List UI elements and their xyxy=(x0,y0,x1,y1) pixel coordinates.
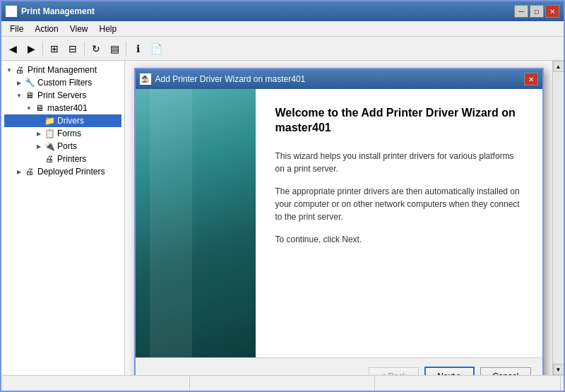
tree-button[interactable]: ⊟ xyxy=(64,40,81,57)
tree-icon-deployed: 🖨 xyxy=(24,166,35,177)
export-list-button[interactable]: ▤ xyxy=(106,40,123,57)
forward-button[interactable]: ▶ xyxy=(23,40,40,57)
wizard-footer: < Back Next > Cancel xyxy=(136,357,542,375)
expand-icon-deployed: ▶ xyxy=(14,167,24,177)
wizard-title-left: 🧙 Add Printer Driver Wizard on master401 xyxy=(140,73,306,85)
expand-icon-ps: ▼ xyxy=(14,90,24,100)
tree-label: Print Management xyxy=(28,65,97,75)
window-controls: ─ □ ✕ xyxy=(514,5,559,18)
close-button[interactable]: ✕ xyxy=(545,5,559,18)
tree-item-ports[interactable]: ▶ 🔌 Ports xyxy=(4,140,121,153)
tree-icon-cf: 🔧 xyxy=(24,77,35,88)
wizard-title-icon: 🧙 xyxy=(140,73,151,85)
content-area: ▼ 🖨 Print Management ▶ 🔧 Custom Filters … xyxy=(1,61,564,375)
wizard-para-2: The appropriate printer drivers are then… xyxy=(275,185,523,223)
refresh-button[interactable]: ↻ xyxy=(88,40,105,57)
wizard-para-1: This wizard helps you install printer dr… xyxy=(275,150,523,175)
expand-icon-drivers xyxy=(34,116,44,126)
tree-icon-drivers: 📁 xyxy=(44,115,55,126)
tree-icon-ports: 🔌 xyxy=(44,141,55,152)
tree-panel: ▼ 🖨 Print Management ▶ 🔧 Custom Filters … xyxy=(1,61,125,375)
maximize-button[interactable]: □ xyxy=(530,5,544,18)
expand-icon-printers xyxy=(34,154,44,164)
scroll-track xyxy=(554,72,564,364)
wizard-content: Welcome to the Add Printer Driver Wizard… xyxy=(256,89,542,357)
right-panel: ▲ ▼ 🧙 Add Printer Driver Wizard on maste… xyxy=(125,61,564,375)
expand-icon: ▼ xyxy=(4,65,14,75)
tree-item-drivers[interactable]: 📁 Drivers xyxy=(4,114,121,127)
status-text xyxy=(4,376,190,391)
toolbar-separator-3 xyxy=(126,42,126,56)
tree-label-ps: Print Servers xyxy=(37,90,86,100)
tree-item-print-management[interactable]: ▼ 🖨 Print Management xyxy=(4,64,121,76)
doc-button[interactable]: 📄 xyxy=(148,40,165,57)
wizard-close-button[interactable]: ✕ xyxy=(524,73,538,85)
title-bar-left: 🖨 Print Management xyxy=(6,6,95,17)
wizard-heading: Welcome to the Add Printer Driver Wizard… xyxy=(275,106,523,136)
tree-item-master401[interactable]: ▼ 🖥 master401 xyxy=(4,102,121,114)
toolbar-separator-1 xyxy=(42,42,43,56)
status-section-2 xyxy=(190,376,376,391)
menu-file[interactable]: File xyxy=(4,23,29,35)
tree-item-print-servers[interactable]: ▼ 🖥 Print Servers xyxy=(4,89,121,102)
scroll-up[interactable]: ▲ xyxy=(553,61,564,72)
status-section-3 xyxy=(375,376,561,391)
expand-icon-m401: ▼ xyxy=(24,103,34,113)
window-icon: 🖨 xyxy=(6,6,17,17)
wizard-overlay: 🧙 Add Printer Driver Wizard on master401… xyxy=(125,61,552,375)
tree-icon-printers: 🖨 xyxy=(44,153,55,165)
menu-view[interactable]: View xyxy=(64,23,94,35)
tree-icon-print-management: 🖨 xyxy=(14,64,25,76)
tree-label-drivers: Drivers xyxy=(57,116,84,126)
tree-label-forms: Forms xyxy=(57,129,81,138)
tree-label-cf: Custom Filters xyxy=(37,78,92,88)
show-button[interactable]: ⊞ xyxy=(46,40,63,57)
wizard-para-3: To continue, click Next. xyxy=(275,233,523,246)
tree-item-printers[interactable]: 🖨 Printers xyxy=(4,153,121,165)
tree-item-deployed[interactable]: ▶ 🖨 Deployed Printers xyxy=(4,165,121,178)
back-button[interactable]: < Back xyxy=(369,367,419,376)
title-bar: 🖨 Print Management ─ □ ✕ xyxy=(1,1,564,21)
menu-help[interactable]: Help xyxy=(94,23,123,35)
wizard-body: Welcome to the Add Printer Driver Wizard… xyxy=(136,89,542,357)
tree-item-custom-filters[interactable]: ▶ 🔧 Custom Filters xyxy=(4,76,121,89)
tree-icon-forms: 📋 xyxy=(44,128,55,139)
tree-label-deployed: Deployed Printers xyxy=(37,167,105,177)
wizard-title-text: Add Printer Driver Wizard on master401 xyxy=(155,74,306,84)
expand-icon-cf: ▶ xyxy=(14,78,24,88)
main-window: 🖨 Print Management ─ □ ✕ File Action Vie… xyxy=(0,0,565,392)
wizard-dialog: 🧙 Add Printer Driver Wizard on master401… xyxy=(134,68,544,375)
back-button[interactable]: ◀ xyxy=(4,40,21,57)
toolbar-separator-2 xyxy=(84,42,85,56)
wizard-sidebar-image xyxy=(136,89,256,357)
help-button[interactable]: ℹ xyxy=(129,40,146,57)
tree-icon-m401: 🖥 xyxy=(34,102,45,114)
next-button[interactable]: Next > xyxy=(424,367,475,376)
toolbar: ◀ ▶ ⊞ ⊟ ↻ ▤ ℹ 📄 xyxy=(1,37,564,61)
tree-label-m401: master401 xyxy=(47,103,88,113)
scroll-down[interactable]: ▼ xyxy=(553,364,564,375)
menu-bar: File Action View Help xyxy=(1,21,564,37)
tree-label-printers: Printers xyxy=(57,154,86,164)
cancel-button[interactable]: Cancel xyxy=(480,367,530,376)
minimize-button[interactable]: ─ xyxy=(514,5,528,18)
wizard-title-bar: 🧙 Add Printer Driver Wizard on master401… xyxy=(136,69,542,89)
tree-item-forms[interactable]: ▶ 📋 Forms xyxy=(4,127,121,140)
status-bar xyxy=(1,375,564,391)
tree-icon-ps: 🖥 xyxy=(24,90,35,101)
right-scrollbar[interactable]: ▲ ▼ xyxy=(552,61,564,375)
window-title: Print Management xyxy=(21,6,95,16)
menu-action[interactable]: Action xyxy=(29,23,64,35)
tree-label-ports: Ports xyxy=(57,141,77,151)
expand-icon-ports: ▶ xyxy=(34,141,44,151)
expand-icon-forms: ▶ xyxy=(34,129,44,138)
